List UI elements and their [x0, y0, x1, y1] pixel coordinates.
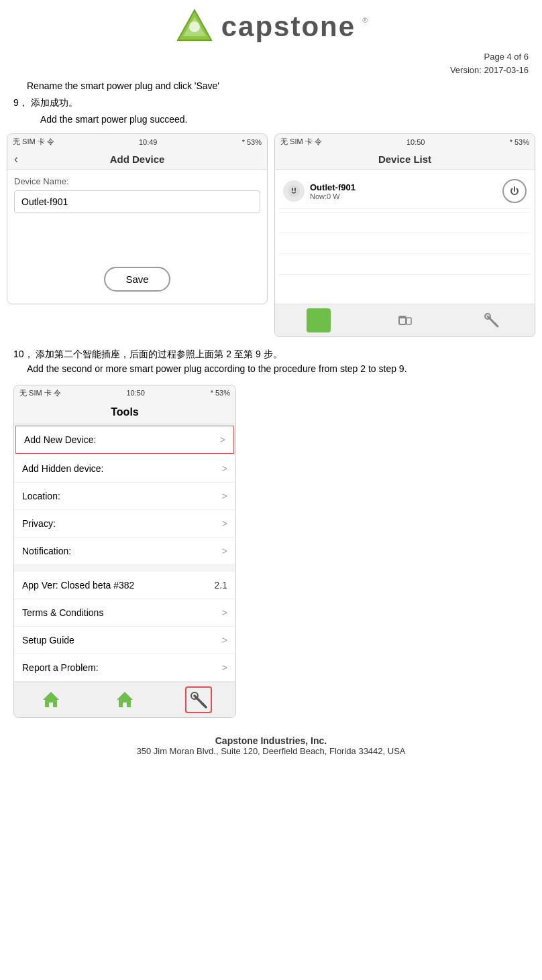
tools-title: Tools [14, 401, 235, 424]
logo-text: capstone [221, 11, 356, 43]
tools-list: Add New Device: > Add Hidden device: > L… [14, 426, 235, 682]
tools-wrench-nav[interactable] [185, 686, 212, 713]
device-list-body: Outlet-f901 Now:0 W [275, 170, 535, 304]
add-new-device-label: Add New Device: [24, 434, 96, 445]
app-ver-label: App Ver: Closed beta #382 [22, 580, 134, 591]
tools-bottom-nav [14, 682, 235, 717]
add-hidden-device-item[interactable]: Add Hidden device: > [14, 455, 235, 483]
step9-chinese: 9， 添加成功。 [13, 96, 78, 110]
device-status: Now:0 W [310, 192, 502, 200]
svg-marker-14 [117, 692, 133, 707]
tools-phone: 无 SIM 卡 令 10:50 * 53% Tools Add New Devi… [13, 385, 236, 718]
step10-english: Add the second or more smart power plug … [13, 361, 529, 376]
tools-battery: * 53% [211, 389, 230, 397]
add-hidden-device-chevron: > [222, 463, 227, 474]
step9-english: Add the smart power plug succeed. [0, 110, 542, 128]
tools-carrier: 无 SIM 卡 令 [19, 388, 61, 398]
back-button[interactable]: ‹ [14, 152, 18, 166]
device-name-input[interactable] [14, 190, 260, 213]
terms-item[interactable]: Terms & Conditions > [14, 599, 235, 627]
report-problem-chevron: > [222, 662, 227, 673]
app-ver-value: 2.1 [215, 580, 227, 591]
add-new-device-item[interactable]: Add New Device: > [15, 426, 234, 454]
page-info: Page 4 of 6 Version: 2017-03-16 [0, 50, 542, 76]
footer: Capstone Industries, Inc. 350 Jim Moran … [0, 722, 542, 763]
device-name-label: Device Name: [14, 176, 260, 186]
devices-nav-icon[interactable] [393, 308, 417, 332]
device-name-text: Outlet-f901 [310, 182, 502, 192]
device-list-carrier: 无 SIM 卡 令 [280, 137, 322, 147]
step9-line: 9， 添加成功。 [0, 95, 542, 111]
setup-guide-item[interactable]: Setup Guide > [14, 627, 235, 654]
add-hidden-device-label: Add Hidden device: [22, 463, 103, 474]
device-list-battery: * 53% [510, 138, 529, 146]
privacy-chevron: > [222, 518, 227, 529]
privacy-item[interactable]: Privacy: > [14, 510, 235, 538]
add-device-battery: * 53% [242, 138, 262, 146]
page-version: Version: 2017-03-16 [0, 64, 529, 77]
add-new-device-chevron: > [220, 434, 225, 445]
svg-rect-9 [406, 318, 411, 324]
step10-area: 10， 添加第二个智能插座，后面的过程参照上面第 2 至第 9 步。 Add t… [0, 343, 542, 381]
device-list-status-bar: 无 SIM 卡 令 10:50 * 53% [275, 134, 535, 149]
device-list-time: 10:50 [406, 138, 425, 146]
tools-nav-icon[interactable] [480, 308, 504, 332]
device-list-phone: 无 SIM 卡 令 10:50 * 53% Device List Outlet… [274, 133, 535, 337]
terms-chevron: > [222, 607, 227, 618]
add-device-nav: ‹ Add Device [7, 149, 267, 170]
setup-guide-chevron: > [222, 635, 227, 646]
svg-rect-5 [294, 188, 296, 191]
tools-devices-nav[interactable] [111, 686, 138, 713]
report-problem-item[interactable]: Report a Problem: > [14, 654, 235, 682]
add-device-phone: 无 SIM 卡 令 10:49 * 53% ‹ Add Device Devic… [7, 133, 268, 304]
tools-screen-container: 无 SIM 卡 令 10:50 * 53% Tools Add New Devi… [0, 381, 542, 722]
footer-company: Capstone Industries, Inc. [0, 735, 542, 746]
tools-home-nav[interactable] [38, 686, 64, 713]
notification-chevron: > [222, 546, 227, 556]
svg-point-3 [288, 185, 300, 197]
save-button[interactable]: Save [104, 267, 170, 292]
tools-separator [14, 565, 235, 572]
location-chevron: > [222, 491, 227, 501]
footer-address: 350 Jim Moran Blvd., Suite 120, Deerfiel… [0, 746, 542, 756]
device-plug-icon [283, 180, 305, 202]
tools-time: 10:50 [126, 389, 145, 397]
svg-point-2 [189, 21, 200, 32]
location-item[interactable]: Location: > [14, 483, 235, 510]
svg-rect-4 [292, 188, 293, 191]
privacy-label: Privacy: [22, 518, 56, 529]
intro-line1: Rename the smart power plug and click 'S… [0, 76, 542, 95]
notification-item[interactable]: Notification: > [14, 538, 235, 565]
svg-line-17 [202, 703, 206, 707]
svg-marker-6 [312, 314, 325, 327]
add-device-status-bar: 无 SIM 卡 令 10:49 * 53% [7, 134, 267, 149]
step10-chinese: 10， 添加第二个智能插座，后面的过程参照上面第 2 至第 9 步。 [13, 347, 529, 361]
logo-area: capstone ® [0, 0, 542, 50]
add-device-carrier: 无 SIM 卡 令 [13, 137, 54, 147]
notification-label: Notification: [22, 546, 71, 556]
svg-line-12 [494, 323, 498, 326]
page-number: Page 4 of 6 [0, 50, 529, 64]
svg-rect-8 [399, 316, 406, 318]
terms-label: Terms & Conditions [22, 607, 103, 618]
device-list-item: Outlet-f901 Now:0 W [279, 174, 531, 209]
setup-guide-label: Setup Guide [22, 635, 74, 646]
svg-marker-13 [43, 692, 59, 707]
report-problem-label: Report a Problem: [22, 662, 99, 673]
location-label: Location: [22, 491, 60, 501]
screenshots-row: 无 SIM 卡 令 10:49 * 53% ‹ Add Device Devic… [0, 128, 542, 343]
home-nav-icon[interactable] [307, 308, 331, 332]
add-device-time: 10:49 [139, 138, 158, 146]
capstone-logo-icon [174, 7, 215, 47]
add-device-body: Device Name: Save [7, 170, 267, 304]
device-list-title: Device List [378, 154, 431, 165]
add-device-title: Add Device [110, 154, 165, 165]
device-info: Outlet-f901 Now:0 W [310, 182, 502, 200]
device-list-bottom-nav [275, 304, 535, 336]
tools-status-bar: 无 SIM 卡 令 10:50 * 53% [14, 385, 235, 401]
app-ver-item: App Ver: Closed beta #382 2.1 [14, 572, 235, 599]
device-list-nav: Device List [275, 149, 535, 170]
power-button[interactable] [502, 179, 527, 203]
